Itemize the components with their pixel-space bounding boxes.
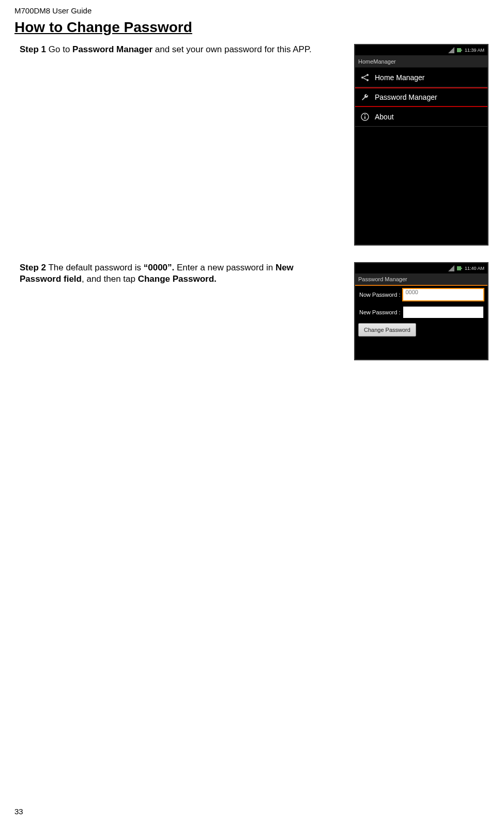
wrench-icon	[360, 93, 370, 102]
battery-icon	[456, 265, 463, 271]
menu-label-1: Password Manager	[375, 93, 437, 101]
svg-rect-9	[364, 116, 365, 119]
svg-rect-1	[457, 48, 461, 52]
svg-point-4	[366, 74, 369, 76]
change-password-button[interactable]: Change Password	[358, 323, 416, 337]
new-password-label: New Password :	[359, 309, 400, 315]
step1-label: Step 1	[20, 44, 46, 54]
s2t1: The default password is	[46, 263, 144, 272]
s2b3: Change Password.	[138, 274, 217, 284]
battery-icon	[456, 47, 463, 53]
svg-rect-12	[457, 266, 461, 270]
step2-text: Step 2 The default password is “0000”. E…	[20, 262, 333, 360]
status-bar-1: 11:39 AM	[355, 45, 487, 55]
app-title-1: HomeManager	[355, 55, 487, 68]
svg-point-5	[366, 79, 369, 81]
now-password-row: Now Password : 0000	[355, 286, 487, 303]
share-icon	[360, 73, 370, 82]
s2t3: , and then tap	[82, 274, 138, 284]
step1-post: and set your own password for this APP.	[152, 44, 312, 54]
status-time-2: 11:40 AM	[465, 266, 484, 271]
svg-rect-13	[461, 268, 462, 269]
new-password-row: New Password :	[355, 303, 487, 321]
svg-marker-11	[448, 265, 454, 271]
step1-pre: Go to	[46, 44, 72, 54]
signal-icon	[448, 265, 454, 271]
status-bar-2: 11:40 AM	[355, 263, 487, 273]
step1-image-col: 11:39 AM HomeManager Home Manager Passwo…	[354, 44, 488, 246]
menu-item-home-manager[interactable]: Home Manager	[355, 68, 487, 87]
menu-item-about[interactable]: About	[355, 107, 487, 127]
step2-label: Step 2	[20, 263, 46, 272]
app-title-2: Password Manager	[355, 273, 487, 286]
status-time-1: 11:39 AM	[465, 48, 484, 53]
now-password-label: Now Password :	[359, 292, 400, 298]
step1-bold: Password Manager	[72, 44, 152, 54]
menu-item-password-manager[interactable]: Password Manager	[355, 87, 487, 107]
svg-line-6	[363, 75, 366, 77]
signal-icon	[448, 47, 454, 53]
info-icon	[360, 112, 370, 121]
svg-rect-10	[364, 114, 365, 115]
s2t2: Enter a new password in	[174, 263, 276, 272]
step2-image-col: 11:40 AM Password Manager Now Password :…	[354, 262, 488, 360]
now-password-input[interactable]: 0000	[403, 289, 483, 300]
page-number: 33	[14, 807, 23, 816]
svg-rect-2	[461, 50, 462, 51]
step2-row: Step 2 The default password is “0000”. E…	[0, 262, 504, 360]
new-password-input[interactable]	[403, 307, 483, 318]
svg-marker-0	[448, 47, 454, 53]
step1-text: Step 1 Go to Password Manager and set yo…	[20, 44, 333, 246]
s2b1: “0000”.	[144, 263, 175, 272]
page-header: M700DM8 User Guide	[0, 0, 504, 15]
screenshot-1: 11:39 AM HomeManager Home Manager Passwo…	[354, 44, 488, 246]
screenshot-2: 11:40 AM Password Manager Now Password :…	[354, 262, 488, 360]
menu-label-0: Home Manager	[375, 73, 425, 82]
svg-point-3	[361, 77, 363, 79]
section-heading: How to Change Password	[0, 15, 504, 44]
menu-label-2: About	[375, 113, 394, 121]
step1-row: Step 1 Go to Password Manager and set yo…	[0, 44, 504, 246]
svg-line-7	[363, 78, 366, 80]
